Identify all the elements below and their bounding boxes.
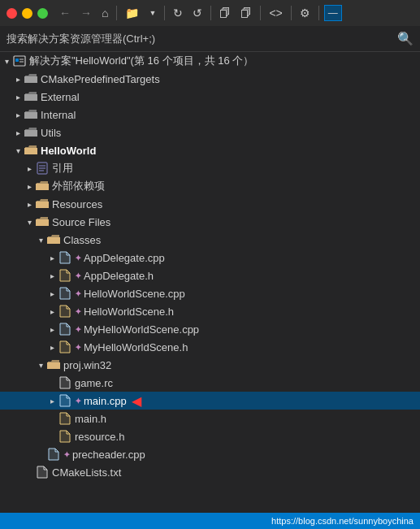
statusbar: https://blog.csdn.net/sunnyboychina — [0, 513, 420, 529]
ref-icon — [36, 162, 49, 175]
expand-arrow-resources[interactable] — [23, 200, 36, 209]
tree-item-resource_h[interactable]: resource.h — [0, 427, 420, 445]
tree-item-extdep[interactable]: 外部依赖项 — [0, 177, 420, 195]
tree-item-myhelloworld_h[interactable]: ✦MyHelloWorldScene.h — [0, 338, 420, 356]
tree-item-label-main_h: main.h — [75, 413, 106, 425]
file-cpp-icon — [58, 287, 71, 300]
tree-item-helloworldscene_cpp[interactable]: ✦HelloWorldScene.cpp — [0, 284, 420, 302]
forward-icon[interactable]: → — [77, 5, 95, 21]
tree-item-helloworldscene_h[interactable]: ✦HelloWorldScene.h — [0, 302, 420, 320]
tree-item-game_rc[interactable]: game.rc — [0, 374, 420, 392]
expand-arrow-myhelloworld_cpp[interactable] — [45, 325, 58, 334]
file-h-icon — [58, 430, 71, 443]
tree-item-internal[interactable]: Internal — [0, 106, 420, 124]
minimize-btn[interactable] — [22, 8, 32, 19]
expand-arrow-helloworld[interactable] — [11, 146, 24, 155]
tree-item-label-extdep: 外部依赖项 — [52, 179, 105, 193]
tree-item-cmake[interactable]: CMakePredefinedTargets — [0, 70, 420, 88]
expand-arrow-external[interactable] — [11, 93, 24, 102]
expand-arrow-classes[interactable] — [34, 236, 47, 245]
tree-item-external[interactable]: External — [0, 88, 420, 106]
folder-gray-icon — [24, 90, 37, 103]
tree-item-label-game_rc: game.rc — [75, 377, 113, 389]
cocos-plus-icon: ✦ — [75, 325, 81, 334]
folder-yellow-icon — [47, 233, 60, 246]
folder-gray-icon — [24, 126, 37, 139]
folder-yellow-icon — [36, 180, 49, 193]
expand-arrow-extdep[interactable] — [23, 182, 36, 191]
pin-icon[interactable]: — — [324, 5, 342, 21]
expand-arrow-ref[interactable] — [23, 164, 36, 173]
tree-item-label-external: External — [41, 91, 80, 103]
expand-arrow-utils[interactable] — [11, 128, 24, 137]
tree-item-precheader[interactable]: ✦precheader.cpp — [0, 445, 420, 463]
tree-item-label-resource_h: resource.h — [75, 431, 124, 443]
tree-item-utils[interactable]: Utils — [0, 124, 420, 141]
expand-arrow-appdelegate_h[interactable] — [45, 271, 58, 280]
copy2-icon[interactable]: 🗍 — [237, 5, 255, 21]
folder-icon[interactable]: 📁 — [122, 5, 142, 21]
cocos-plus-icon: ✦ — [75, 289, 81, 298]
tree-item-classes[interactable]: Classes — [0, 231, 420, 249]
tree-item-ref[interactable]: 引用 — [0, 159, 420, 177]
undo-icon[interactable]: ↻ — [170, 5, 186, 21]
tree-item-label-resources: Resources — [52, 198, 102, 210]
tree-item-appdelegate_cpp[interactable]: ✦AppDelegate.cpp — [0, 249, 420, 267]
expand-arrow-appdelegate_cpp[interactable] — [45, 254, 58, 262]
expand-arrow-proj_win32[interactable] — [34, 361, 47, 370]
folder-yellow-icon — [24, 144, 37, 157]
file-h-icon — [58, 305, 71, 318]
cocos-plus-icon: ✦ — [63, 450, 70, 459]
expand-arrow-cmake[interactable] — [11, 75, 24, 84]
tree-item-label-helloworld: HelloWorld — [41, 145, 96, 157]
tree-item-label-helloworldscene_h: HelloWorldScene.h — [84, 306, 174, 318]
tree-item-cmakelists[interactable]: CMakeLists.txt — [0, 463, 420, 481]
back-icon[interactable]: ← — [56, 5, 74, 21]
tree-item-label-cmake: CMakePredefinedTargets — [41, 73, 160, 85]
tree-item-label-appdelegate_h: AppDelegate.h — [84, 270, 154, 282]
svg-rect-1 — [15, 59, 19, 62]
cocos-plus-icon: ✦ — [75, 397, 81, 405]
tree-item-label-myhelloworld_h: MyHelloWorldScene.h — [84, 341, 188, 353]
tree-item-main_cpp[interactable]: ✦main.cpp◀ — [0, 392, 420, 410]
expand-arrow-sourcefiles[interactable] — [23, 218, 36, 227]
tree-item-label-internal: Internal — [41, 109, 76, 121]
titlebar: ← → ⌂ 📁 ▼ ↻ ↺ 🗍 🗍 <> ⚙ — — [0, 0, 420, 26]
file-h-icon — [58, 269, 71, 282]
settings-icon[interactable]: ⚙ — [297, 5, 314, 21]
expand-arrow-myhelloworld_h[interactable] — [45, 343, 58, 352]
redo-icon[interactable]: ↺ — [189, 5, 206, 21]
copy1-icon[interactable]: 🗍 — [216, 5, 234, 21]
file-h-icon — [58, 340, 71, 353]
searchbar: 搜索解决方案资源管理器(Ctrl+;) 🔍 — [0, 26, 420, 52]
expand-arrow-main_cpp[interactable] — [45, 397, 58, 405]
close-btn[interactable] — [6, 8, 17, 19]
code-icon[interactable]: <> — [266, 5, 285, 21]
tree-item-myhelloworld_cpp[interactable]: ✦MyHelloWorldScene.cpp — [0, 320, 420, 338]
tree-item-sourcefiles[interactable]: Source Files — [0, 213, 420, 231]
tree-item-solution[interactable]: 解决方案"HelloWorld"(第 16 个项目，共 16 个） — [0, 52, 420, 70]
cocos-plus-icon: ✦ — [75, 271, 81, 280]
solution-icon — [13, 54, 26, 67]
chevron-icon[interactable]: ▼ — [145, 7, 159, 19]
tree-item-proj_win32[interactable]: proj.win32 — [0, 356, 420, 374]
maximize-btn[interactable] — [37, 8, 48, 19]
tree-item-label-solution: 解决方案"HelloWorld"(第 16 个项目，共 16 个） — [29, 54, 253, 68]
tree-item-resources[interactable]: Resources — [0, 195, 420, 213]
tree-item-appdelegate_h[interactable]: ✦AppDelegate.h — [0, 267, 420, 284]
file-cpp-icon — [58, 323, 71, 336]
tree-item-label-classes: Classes — [63, 234, 101, 246]
searchbar-text[interactable]: 搜索解决方案资源管理器(Ctrl+;) — [6, 32, 397, 46]
expand-arrow-helloworldscene_cpp[interactable] — [45, 289, 58, 298]
titlebar-icons: ← → ⌂ 📁 ▼ ↻ ↺ 🗍 🗍 <> ⚙ — — [56, 5, 342, 21]
tree-item-label-main_cpp: main.cpp — [84, 395, 127, 407]
expand-arrow-internal[interactable] — [11, 111, 24, 119]
annotation-arrow: ◀ — [132, 393, 141, 409]
home-icon[interactable]: ⌂ — [98, 5, 111, 21]
tree-item-main_h[interactable]: main.h — [0, 410, 420, 427]
expand-arrow-helloworldscene_h[interactable] — [45, 307, 58, 316]
tree-item-helloworld[interactable]: HelloWorld — [0, 141, 420, 159]
tree-item-label-helloworldscene_cpp: HelloWorldScene.cpp — [84, 288, 185, 300]
expand-arrow-solution[interactable] — [0, 57, 13, 66]
search-icon[interactable]: 🔍 — [397, 31, 414, 46]
